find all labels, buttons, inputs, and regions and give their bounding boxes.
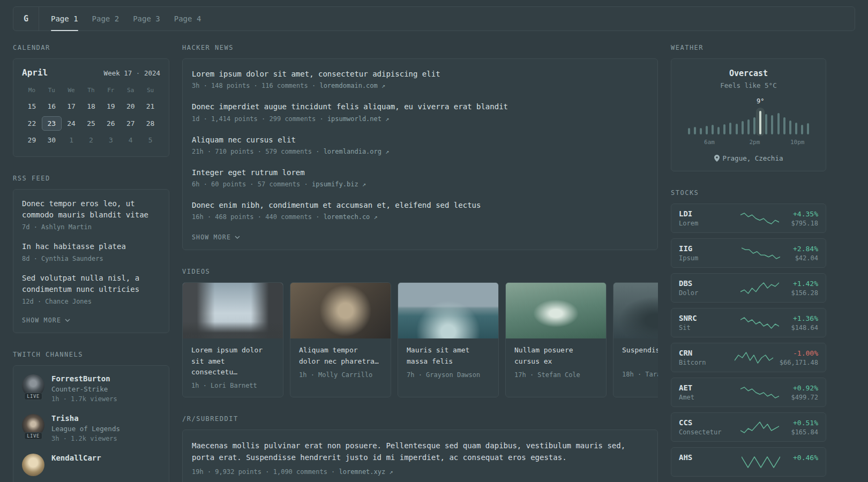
- hn-item-domain-link[interactable]: ipsumworld.net: [327, 115, 381, 123]
- stock-row[interactable]: LDI Lorem +4.35% $795.18: [671, 204, 826, 233]
- calendar-day-next-month: 5: [140, 133, 160, 148]
- channel-name[interactable]: KendallCarr: [51, 454, 101, 462]
- stock-name: Amet: [679, 394, 728, 401]
- weather-bar: [795, 123, 798, 134]
- twitch-channel-row[interactable]: LIVE Trisha League of Legends 3h · 1.2k …: [22, 414, 160, 442]
- calendar-day: 22: [22, 116, 42, 131]
- stock-sparkline: [740, 386, 779, 400]
- video-thumbnail[interactable]: [183, 283, 283, 338]
- stock-name: Consectetur: [679, 428, 728, 436]
- middle-column: HACKER NEWS Lorem ipsum dolor sit amet, …: [182, 44, 658, 482]
- show-more-label: SHOW MORE: [22, 317, 61, 324]
- calendar-day-next-month: 2: [81, 133, 101, 148]
- weather-widget-title: WEATHER: [671, 44, 826, 51]
- calendar-day-selected: 23: [42, 116, 62, 131]
- channel-game[interactable]: League of Legends: [51, 425, 120, 433]
- rss-show-more-button[interactable]: SHOW MORE: [22, 315, 70, 324]
- video-card[interactable]: Nullam posuere cursus ex 17h · Stefan Co…: [505, 282, 607, 397]
- calendar-widget: CALENDAR April Week 17 · 2024 Mo Tu We T…: [13, 44, 169, 157]
- video-card[interactable]: Mauris sit amet massa felis 7h · Grayson…: [398, 282, 499, 397]
- hn-item-title[interactable]: Lorem ipsum dolor sit amet, consectetur …: [192, 69, 648, 79]
- hn-item-title[interactable]: Donec enim nibh, condimentum et accumsan…: [192, 200, 648, 210]
- stock-change: +1.36%: [791, 314, 818, 322]
- hacker-news-widget-title: HACKER NEWS: [182, 44, 658, 51]
- weather-card: Overcast Feels like 5°C 9° 6am 2pm 10pm …: [671, 58, 826, 171]
- calendar-year: 2024: [144, 69, 160, 77]
- video-thumbnail[interactable]: [506, 283, 606, 338]
- stock-row[interactable]: IIG Ipsum +2.84% $42.04: [671, 238, 826, 268]
- weather-bar: [807, 123, 810, 134]
- video-thumbnail[interactable]: [398, 283, 498, 338]
- video-thumbnail[interactable]: [613, 283, 658, 338]
- twitch-channel-row[interactable]: KendallCarr: [22, 454, 160, 476]
- hn-item-title[interactable]: Aliquam nec cursus elit: [192, 134, 648, 145]
- stock-name: Lorem: [679, 220, 728, 227]
- video-title[interactable]: Aliquam tempor dolor nec pharetra…: [299, 345, 382, 366]
- stock-row[interactable]: DBS Dolor +1.42% $156.28: [671, 273, 826, 303]
- hn-item-domain-link[interactable]: loremlandia.org: [324, 148, 381, 155]
- app-logo[interactable]: G: [13, 7, 39, 31]
- channel-game[interactable]: Counter-Strike: [51, 385, 117, 393]
- chevron-down-icon: [235, 236, 240, 239]
- channel-name[interactable]: ForrestBurton: [51, 374, 117, 383]
- rss-feed-widget: RSS FEED Donec tempor eros leo, ut commo…: [13, 175, 169, 333]
- hn-item-domain-link[interactable]: loremdomain.com: [319, 82, 377, 89]
- hn-item-domain-link[interactable]: ipsumify.biz: [312, 180, 358, 188]
- twitch-widget-title: TWITCH CHANNELS: [13, 351, 169, 358]
- rss-item-title[interactable]: In hac habitasse platea: [22, 241, 160, 252]
- day-of-week-header: Fr: [101, 85, 121, 97]
- hn-show-more-button[interactable]: SHOW MORE: [192, 232, 240, 241]
- rss-card: Donec tempor eros leo, ut commodo mauris…: [13, 189, 169, 333]
- subreddit-post-text[interactable]: Maecenas mollis pulvinar erat non posuer…: [192, 440, 648, 464]
- subreddit-domain-link[interactable]: loremnet.xyz: [339, 468, 386, 476]
- video-meta: 7h · Grayson Dawson: [407, 371, 490, 379]
- video-card[interactable]: Suspendisse diam 18h · Tara: [613, 282, 658, 397]
- tab-page-4[interactable]: Page 4: [174, 7, 201, 31]
- hn-item-title[interactable]: Donec imperdiet augue tincidunt felis al…: [192, 101, 648, 112]
- stock-name: Bitcorn: [679, 359, 728, 366]
- stock-row[interactable]: CCS Consectetur +0.51% $165.84: [671, 412, 826, 442]
- stocks-widget: STOCKS LDI Lorem +4.35% $795.18 IIG: [671, 189, 826, 477]
- calendar-day: 25: [81, 116, 101, 131]
- tab-page-1[interactable]: Page 1: [51, 7, 78, 31]
- video-title[interactable]: Nullam posuere cursus ex: [514, 345, 597, 366]
- stock-name: Sit: [679, 324, 728, 332]
- stock-change: +0.46%: [793, 454, 818, 462]
- stock-name: [679, 463, 728, 471]
- hn-item-title[interactable]: Integer eget rutrum lorem: [192, 167, 648, 178]
- stock-row[interactable]: AHS +0.46%: [671, 447, 826, 477]
- stock-name: Ipsum: [679, 254, 728, 262]
- video-title[interactable]: Suspendisse diam: [622, 345, 658, 366]
- stocks-list: LDI Lorem +4.35% $795.18 IIG Ipsum: [671, 204, 826, 477]
- video-meta: 18h · Tara: [622, 371, 658, 378]
- video-meta: 1h · Molly Carrillo: [299, 371, 382, 379]
- rss-item-title[interactable]: Sed volutpat nulla nisl, a condimentum n…: [22, 273, 160, 295]
- weather-bar: 9°: [759, 111, 762, 134]
- hn-item-meta: 21h · 710 points · 579 comments ·: [192, 148, 324, 155]
- calendar-day: 18: [81, 99, 101, 114]
- calendar-card: April Week 17 · 2024 Mo Tu We Th Fr Sa S…: [13, 58, 169, 157]
- hn-item: Lorem ipsum dolor sit amet, consectetur …: [192, 69, 648, 89]
- separator-dot: ·: [136, 69, 140, 77]
- hn-item-domain-link[interactable]: loremtech.co: [324, 213, 370, 221]
- stock-row[interactable]: CRN Bitcorn -1.00% $66,171.48: [671, 343, 826, 372]
- stock-row[interactable]: AET Amet +0.92% $499.72: [671, 378, 826, 407]
- tab-page-2[interactable]: Page 2: [92, 7, 119, 31]
- video-title[interactable]: Mauris sit amet massa felis: [407, 345, 490, 366]
- calendar-day: 19: [101, 99, 121, 114]
- weather-bar: [712, 125, 714, 134]
- rss-item-title[interactable]: Donec tempor eros leo, ut commodo mauris…: [22, 198, 160, 221]
- weather-bar: [723, 124, 726, 134]
- video-title[interactable]: Lorem ipsum dolor sit amet consectetu…: [191, 345, 274, 377]
- twitch-channel-row[interactable]: LIVE ForrestBurton Counter-Strike 1h · 1…: [22, 374, 160, 403]
- calendar-day: 26: [101, 116, 121, 131]
- tab-page-3[interactable]: Page 3: [133, 7, 160, 31]
- video-card[interactable]: Lorem ipsum dolor sit amet consectetu… 1…: [182, 282, 283, 397]
- channel-name[interactable]: Trisha: [51, 414, 120, 423]
- weather-bar: [771, 115, 774, 134]
- calendar-day: 24: [62, 116, 81, 131]
- video-card[interactable]: Aliquam tempor dolor nec pharetra… 1h · …: [290, 282, 391, 397]
- stock-row[interactable]: SNRC Sit +1.36% $148.64: [671, 308, 826, 337]
- video-thumbnail[interactable]: [290, 283, 391, 338]
- external-link-icon: ↗: [374, 213, 378, 221]
